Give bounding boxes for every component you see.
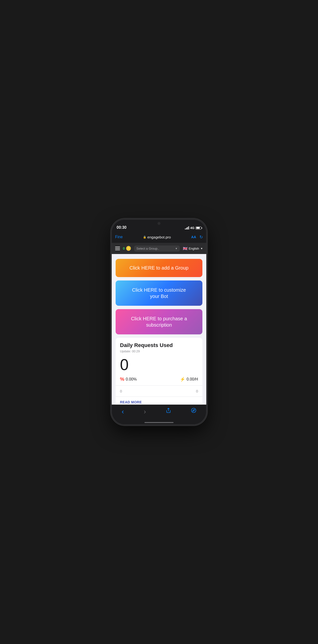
notch [141, 220, 177, 227]
bottom-share-button[interactable] [166, 408, 171, 413]
customize-bot-button[interactable]: Click HERE to customizeyour Bot [116, 280, 202, 306]
page-content: Click HERE to add a Group Click HERE to … [112, 254, 206, 404]
language-label: English [188, 247, 199, 250]
stats-bottom-row: 0 0 [120, 386, 198, 396]
bottom-back-button[interactable]: ‹ [122, 408, 124, 416]
phone-frame: 00:30 4G Fine 🔒 engagebot.pro AA ↻ [112, 220, 206, 424]
stats-percent-area: % 0.00% [120, 376, 137, 382]
group-selector-label: Select a Group.. [137, 247, 159, 250]
read-more-link[interactable]: READ MORE [120, 397, 198, 404]
home-indicator [145, 422, 173, 423]
group-selector-dropdown[interactable]: Select a Group.. ▼ [134, 246, 180, 252]
nav-bar: 0 🪙 Select a Group.. ▼ 🇬🇧 English ▼ [112, 243, 206, 254]
bottom-compass-button[interactable] [191, 408, 196, 413]
hamburger-menu-button[interactable] [115, 247, 120, 250]
status-time: 00:30 [117, 225, 127, 230]
add-group-button-label: Click HERE to add a Group [130, 265, 188, 270]
stats-title: Daily Requests Used [120, 342, 198, 348]
rate-value: 0.00/H [187, 377, 198, 382]
browser-refresh-button[interactable]: ↻ [199, 234, 203, 240]
signal-bars-icon [185, 226, 189, 230]
stats-metrics-row: % 0.00% ⚡ 0.00/H [120, 376, 198, 382]
browser-actions: AA ↻ [191, 234, 203, 240]
stats-bottom-right-val: 0 [196, 389, 198, 393]
browser-url-area[interactable]: 🔒 engagebot.pro [123, 235, 191, 239]
percent-value: 0.00% [126, 377, 137, 382]
stats-rate-area: ⚡ 0.00/H [180, 377, 198, 382]
add-group-button[interactable]: Click HERE to add a Group [116, 259, 202, 277]
customize-bot-button-label: Click HERE to customizeyour Bot [132, 287, 186, 299]
browser-bar: Fine 🔒 engagebot.pro AA ↻ [112, 231, 206, 243]
coin-icon: 🪙 [126, 246, 131, 251]
battery-icon [196, 226, 201, 230]
language-selector[interactable]: 🇬🇧 English ▼ [183, 246, 203, 251]
lang-dropdown-arrow-icon: ▼ [200, 247, 203, 250]
purchase-subscription-button-label: Click HERE to purchase asubscription [131, 316, 187, 328]
percent-icon: % [120, 376, 124, 382]
group-dropdown-arrow-icon: ▼ [175, 247, 178, 250]
stats-count: 0 [120, 357, 198, 372]
browser-aa-button[interactable]: AA [191, 235, 196, 239]
purchase-subscription-button[interactable]: Click HERE to purchase asubscription [116, 309, 202, 334]
status-icons: 4G [185, 226, 201, 230]
lock-icon: 🔒 [143, 236, 147, 239]
stats-bottom-left-val: 0 [120, 389, 122, 393]
lightning-icon: ⚡ [180, 377, 185, 382]
svg-point-1 [191, 408, 196, 412]
front-camera [158, 222, 160, 225]
bottom-forward-button[interactable]: › [144, 408, 146, 416]
svg-marker-2 [193, 410, 195, 411]
browser-back-link[interactable]: Fine [115, 235, 123, 239]
url-text: engagebot.pro [147, 235, 171, 239]
stats-card: Daily Requests Used Update: 00:29 0 % 0.… [116, 338, 202, 404]
bottom-browser-bar: ‹ › [112, 404, 206, 424]
network-type: 4G [190, 226, 194, 230]
stats-update: Update: 00:29 [120, 350, 198, 353]
coins-area: 0 🪙 [123, 246, 131, 251]
coin-count: 0 [123, 246, 125, 250]
flag-icon: 🇬🇧 [183, 246, 188, 251]
